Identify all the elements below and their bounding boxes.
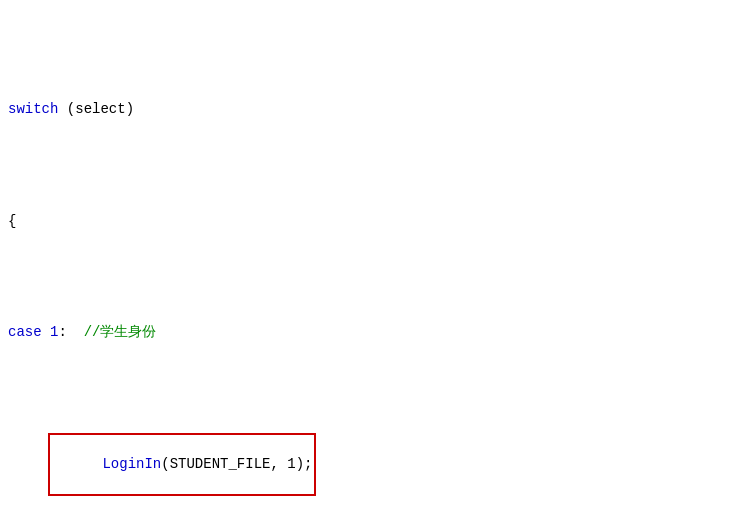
keyword-case1: case 1: [8, 321, 58, 343]
normal-case1: :: [58, 321, 83, 343]
normal-text: (select): [58, 98, 134, 120]
brace-open: {: [8, 210, 16, 232]
line-loginin1: LoginIn(STUDENT_FILE, 1);: [8, 433, 723, 496]
func-args1: (STUDENT_FILE, 1);: [161, 456, 312, 472]
line-open-brace: {: [8, 210, 723, 232]
comment-case1: //学生身份: [84, 321, 157, 343]
keyword-switch: switch: [8, 98, 58, 120]
line-switch: switch (select): [8, 98, 723, 120]
func-loginin1: LoginIn: [102, 456, 161, 472]
highlight-box-1: LoginIn(STUDENT_FILE, 1);: [48, 433, 316, 496]
code-editor: switch (select) { case 1: //学生身份 LoginIn…: [0, 4, 731, 514]
line-case1: case 1: //学生身份: [8, 321, 723, 343]
